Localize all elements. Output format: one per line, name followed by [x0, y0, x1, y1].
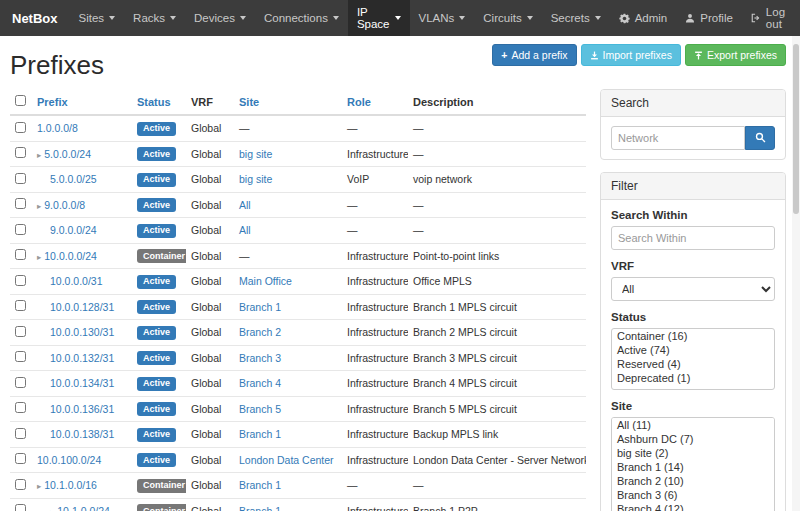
listbox-option[interactable]: Ashburn DC (7) — [612, 432, 774, 446]
row-checkbox[interactable] — [15, 479, 26, 490]
vrf-select[interactable]: All — [611, 277, 775, 301]
nav-item-vlans[interactable]: VLANs — [410, 0, 475, 36]
site-cell: Branch 1 — [234, 294, 342, 320]
site-link[interactable]: big site — [239, 173, 272, 185]
listbox-option[interactable]: Branch 2 (10) — [612, 474, 774, 488]
prefix-link[interactable]: 10.0.0.138/31 — [50, 428, 114, 440]
prefix-link[interactable]: 10.0.0.0/31 — [50, 275, 103, 287]
prefix-link[interactable]: 10.1.0.0/16 — [44, 479, 97, 491]
select-all-checkbox[interactable] — [15, 95, 26, 106]
site-listbox[interactable]: All (11)Ashburn DC (7)big site (2)Branch… — [611, 417, 775, 511]
site-link[interactable]: All — [239, 199, 251, 211]
search-button[interactable] — [745, 126, 775, 150]
site-link[interactable]: Main Office — [239, 275, 292, 287]
search-panel-title: Search — [601, 90, 785, 117]
nav-item-log-out[interactable]: Log out — [742, 0, 794, 36]
column-header-vrf: VRF — [186, 89, 234, 115]
row-checkbox[interactable] — [15, 275, 26, 286]
listbox-option[interactable]: Branch 3 (6) — [612, 488, 774, 502]
import-prefixes-button[interactable]: Import prefixes — [581, 44, 681, 66]
listbox-option[interactable]: Active (74) — [612, 343, 774, 357]
row-checkbox[interactable] — [15, 173, 26, 184]
column-sort-link[interactable]: Site — [239, 96, 259, 108]
site-link[interactable]: All — [239, 224, 251, 236]
listbox-option[interactable]: All (11) — [612, 418, 774, 432]
row-checkbox-cell — [10, 345, 32, 371]
site-link[interactable]: big site — [239, 148, 272, 160]
row-checkbox[interactable] — [15, 326, 26, 337]
listbox-option[interactable]: Container (16) — [612, 329, 774, 343]
user-icon — [685, 13, 695, 23]
prefix-link[interactable]: 10.0.0.132/31 — [50, 352, 114, 364]
nav-item-profile[interactable]: Profile — [676, 0, 742, 36]
listbox-option[interactable]: Branch 4 (12) — [612, 502, 774, 511]
row-checkbox[interactable] — [15, 428, 26, 439]
scrollbar-thumb[interactable] — [793, 44, 799, 214]
prefix-link[interactable]: 9.0.0.0/24 — [50, 224, 97, 236]
prefix-link[interactable]: 1.0.0.0/8 — [37, 122, 78, 134]
listbox-option[interactable]: Deprecated (1) — [612, 371, 774, 385]
table-row: ▸9.0.0.0/8ActiveGlobalAll—— — [10, 192, 586, 218]
row-checkbox[interactable] — [15, 122, 26, 133]
nav-item-ip-space[interactable]: IP Space — [348, 0, 410, 36]
status-listbox[interactable]: Container (16)Active (74)Reserved (4)Dep… — [611, 328, 775, 390]
row-checkbox[interactable] — [15, 351, 26, 362]
prefix-link[interactable]: 10.0.0.130/31 — [50, 326, 114, 338]
prefix-cell: 10.0.0.128/31 — [32, 294, 132, 320]
prefix-link[interactable]: 5.0.0.0/24 — [44, 148, 91, 160]
row-checkbox[interactable] — [15, 402, 26, 413]
prefix-link[interactable]: 10.0.0.136/31 — [50, 403, 114, 415]
prefix-link[interactable]: 10.0.0.134/31 — [50, 377, 114, 389]
description-cell: — — [408, 141, 586, 167]
column-sort-link[interactable]: Prefix — [37, 96, 68, 108]
listbox-option[interactable]: Branch 1 (14) — [612, 460, 774, 474]
add-prefix-button[interactable]: + Add a prefix — [492, 44, 576, 66]
site-link[interactable]: Branch 1 — [239, 505, 281, 511]
row-checkbox[interactable] — [15, 147, 26, 158]
listbox-option[interactable]: Reserved (4) — [612, 357, 774, 371]
filter-panel-title: Filter — [601, 173, 785, 200]
row-checkbox[interactable] — [15, 249, 26, 260]
role-cell: Infrastructure — [342, 396, 408, 422]
row-checkbox[interactable] — [15, 198, 26, 209]
nav-item-secrets[interactable]: Secrets — [542, 0, 610, 36]
row-checkbox[interactable] — [15, 453, 26, 464]
listbox-option[interactable]: big site (2) — [612, 446, 774, 460]
prefix-link[interactable]: 10.0.0.0/24 — [44, 250, 97, 262]
site-cell: — — [234, 115, 342, 141]
nav-item-circuits[interactable]: Circuits — [474, 0, 541, 36]
role-cell: — — [342, 218, 408, 244]
site-link[interactable]: Branch 5 — [239, 403, 281, 415]
export-prefixes-button[interactable]: Export prefixes — [685, 44, 786, 66]
role-cell: Infrastructure — [342, 269, 408, 295]
search-input[interactable] — [611, 126, 745, 150]
site-link[interactable]: Branch 4 — [239, 377, 281, 389]
caret-down-icon — [595, 16, 601, 20]
nav-item-sites[interactable]: Sites — [70, 0, 125, 36]
page-scrollbar[interactable] — [792, 36, 800, 511]
row-checkbox[interactable] — [15, 300, 26, 311]
site-link[interactable]: Branch 2 — [239, 326, 281, 338]
row-checkbox[interactable] — [15, 224, 26, 235]
column-sort-link[interactable]: Role — [347, 96, 371, 108]
site-link[interactable]: Branch 3 — [239, 352, 281, 364]
prefix-link[interactable]: 9.0.0.0/8 — [44, 199, 85, 211]
row-checkbox[interactable] — [15, 377, 26, 388]
search-within-input[interactable] — [611, 226, 775, 250]
prefix-link[interactable]: 10.0.0.128/31 — [50, 301, 114, 313]
netbox-brand[interactable]: NetBox — [10, 0, 70, 36]
nav-item-racks[interactable]: Racks — [124, 0, 185, 36]
nav-item-connections[interactable]: Connections — [255, 0, 348, 36]
nav-item-admin[interactable]: Admin — [610, 0, 677, 36]
prefix-link[interactable]: 5.0.0.0/25 — [50, 173, 97, 185]
column-sort-link[interactable]: Status — [137, 96, 171, 108]
site-link[interactable]: Branch 1 — [239, 301, 281, 313]
status-cell: Active — [132, 371, 186, 397]
prefix-link[interactable]: 10.1.0.0/24 — [57, 505, 110, 511]
nav-item-devices[interactable]: Devices — [185, 0, 255, 36]
site-link[interactable]: London Data Center — [239, 454, 334, 466]
row-checkbox[interactable] — [15, 504, 26, 511]
prefix-link[interactable]: 10.0.100.0/24 — [37, 454, 101, 466]
site-link[interactable]: Branch 1 — [239, 479, 281, 491]
site-link[interactable]: Branch 1 — [239, 428, 281, 440]
